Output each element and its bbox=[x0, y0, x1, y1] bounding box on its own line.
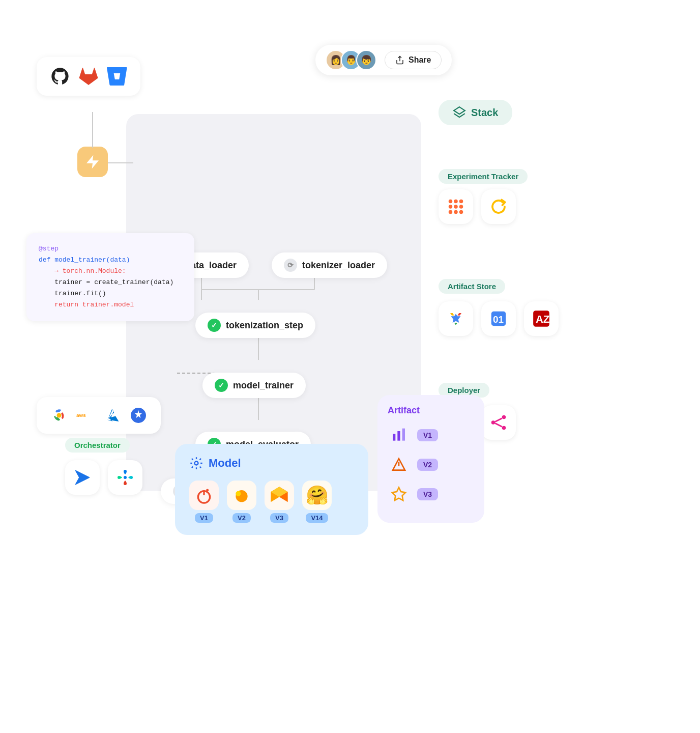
tensorflow-icon bbox=[265, 481, 294, 510]
artifact-item-v2: V2 bbox=[388, 454, 474, 476]
svg-line-42 bbox=[495, 418, 502, 422]
code-line-4: trainer = create_trainer(data) bbox=[39, 277, 182, 288]
aws-icon: aws bbox=[75, 405, 96, 426]
azure-ml-icon-box: AZ bbox=[524, 301, 559, 336]
svg-marker-49 bbox=[392, 488, 406, 500]
svg-point-15 bbox=[195, 462, 198, 465]
pytorch-card: V1 bbox=[189, 481, 219, 523]
artifact-store-label: Artifact Store bbox=[439, 279, 505, 294]
gitlab-icon bbox=[77, 65, 100, 88]
tensorflow-version: V3 bbox=[270, 513, 288, 523]
google-cloud-icon bbox=[49, 405, 69, 426]
huggingface-version: V14 bbox=[306, 513, 328, 523]
artifact-title: Artifact bbox=[388, 405, 474, 416]
svg-point-39 bbox=[491, 420, 495, 425]
orchestrator-label: Orchestrator bbox=[65, 438, 130, 453]
check-icon-3: ✓ bbox=[215, 379, 228, 392]
share-label: Share bbox=[409, 55, 431, 65]
gcloud-store-icon-box bbox=[439, 301, 473, 336]
svg-point-14 bbox=[124, 476, 127, 479]
svg-rect-44 bbox=[393, 434, 395, 440]
svg-point-41 bbox=[502, 426, 506, 430]
azure-icon bbox=[102, 405, 122, 426]
model-box: Model V1 V2 bbox=[175, 444, 368, 535]
node-tokenization-step[interactable]: ✓ tokenization_step bbox=[195, 313, 315, 338]
git-box bbox=[37, 57, 140, 96]
artifact-item-v1: V1 bbox=[388, 424, 474, 446]
bigquery-icon-box: 01 bbox=[481, 301, 516, 336]
artifact-star-icon bbox=[388, 483, 410, 505]
artifact-triangle-icon bbox=[388, 454, 410, 476]
code-line-2: def model_trainer(data) bbox=[39, 255, 182, 266]
svg-rect-45 bbox=[397, 431, 400, 441]
code-line-3: → torch.nn.Module: bbox=[39, 266, 182, 277]
node-tokenizer-loader[interactable]: ⟳ tokenizer_loader bbox=[272, 252, 387, 278]
node-label-tokenizer-loader: tokenizer_loader bbox=[302, 260, 375, 271]
share-button[interactable]: Share bbox=[385, 51, 442, 69]
spin-icon: ⟳ bbox=[284, 259, 297, 272]
kubernetes-icon bbox=[128, 405, 149, 426]
share-bar: 👩 👨 👦 Share bbox=[315, 45, 452, 75]
experiment-tracker-label: Experiment Tracker bbox=[439, 169, 528, 184]
node-label-tokenization-step: tokenization_step bbox=[226, 320, 303, 331]
svg-point-28 bbox=[454, 205, 458, 209]
bitbucket-icon bbox=[106, 65, 128, 88]
artifact-v3-badge: V3 bbox=[417, 488, 438, 500]
code-line-1: @step bbox=[39, 243, 182, 255]
svg-marker-23 bbox=[454, 107, 465, 114]
github-icon bbox=[49, 65, 71, 88]
code-line-6: return trainer.model bbox=[39, 299, 182, 311]
code-line-5: trainer.fit() bbox=[39, 288, 182, 299]
svg-text:AZ: AZ bbox=[536, 313, 549, 325]
stack-button[interactable]: Stack bbox=[439, 100, 512, 125]
artifact-item-v3: V3 bbox=[388, 483, 474, 505]
mxnet-icon bbox=[227, 481, 256, 510]
svg-point-32 bbox=[459, 210, 463, 214]
svg-point-29 bbox=[459, 205, 463, 209]
model-title: Model bbox=[189, 456, 354, 470]
artifact-v1-badge: V1 bbox=[417, 429, 438, 441]
svg-point-25 bbox=[454, 200, 458, 204]
svg-text:01: 01 bbox=[493, 314, 504, 325]
model-icons-row: V1 V2 V3 bbox=[189, 481, 354, 523]
mxnet-card: V2 bbox=[227, 481, 256, 523]
svg-point-10 bbox=[57, 413, 62, 418]
node-model-trainer[interactable]: ✓ model_trainer bbox=[202, 373, 306, 398]
artifact-chart-icon bbox=[388, 424, 410, 446]
vertex-icon-box bbox=[65, 460, 100, 495]
svg-point-27 bbox=[449, 205, 453, 209]
code-block: @step def model_trainer(data) → torch.nn… bbox=[26, 233, 194, 321]
orchestrator-icons bbox=[65, 460, 142, 495]
svg-point-24 bbox=[449, 200, 453, 204]
svg-point-19 bbox=[236, 491, 241, 496]
wandb-icon-box bbox=[481, 189, 516, 224]
svg-line-43 bbox=[495, 424, 502, 427]
lightning-box bbox=[77, 147, 108, 177]
svg-point-30 bbox=[449, 210, 453, 214]
svg-point-26 bbox=[459, 200, 463, 204]
svg-point-17 bbox=[206, 489, 209, 492]
avatar-3: 👦 bbox=[356, 50, 376, 70]
mxnet-version: V2 bbox=[232, 513, 251, 523]
artifact-store-icons: 01 AZ bbox=[439, 301, 559, 336]
avatars: 👩 👨 👦 bbox=[326, 50, 376, 70]
mlflow-icon-box bbox=[439, 189, 473, 224]
seldon-icon-box bbox=[481, 405, 516, 440]
stack-label: Stack bbox=[471, 107, 498, 119]
experiment-tracker-icons bbox=[439, 189, 516, 224]
cloud-providers-box: aws bbox=[37, 397, 161, 434]
svg-marker-0 bbox=[86, 155, 99, 169]
svg-rect-46 bbox=[402, 429, 405, 441]
tensorflow-card: V3 bbox=[265, 481, 294, 523]
svg-marker-13 bbox=[76, 471, 90, 485]
svg-point-40 bbox=[502, 415, 506, 419]
node-label-model-trainer: model_trainer bbox=[233, 380, 294, 391]
huggingface-card: 🤗 V14 bbox=[302, 481, 332, 523]
pytorch-icon bbox=[189, 481, 219, 510]
huggingface-icon: 🤗 bbox=[302, 481, 332, 510]
svg-point-31 bbox=[454, 210, 458, 214]
model-title-label: Model bbox=[209, 457, 241, 470]
svg-text:aws: aws bbox=[76, 412, 86, 418]
artifact-v2-badge: V2 bbox=[417, 459, 438, 471]
artifact-box: Artifact V1 V2 V3 bbox=[377, 395, 484, 523]
